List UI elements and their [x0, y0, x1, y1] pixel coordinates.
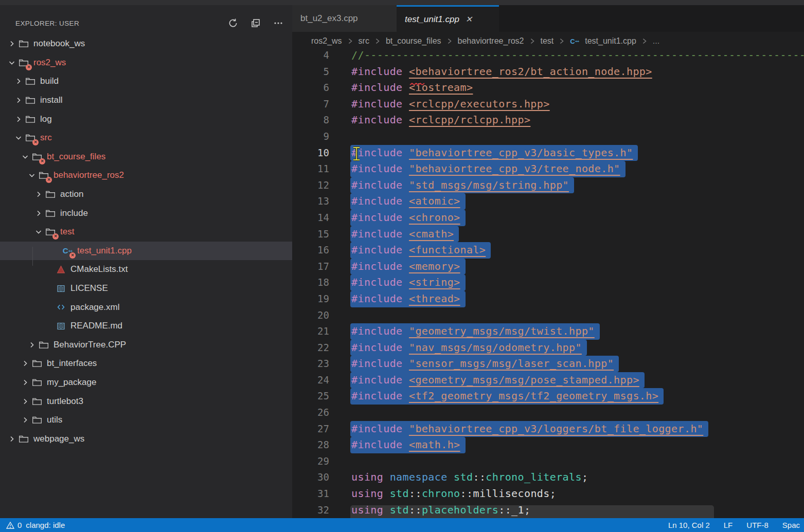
clangd-status[interactable]: clangd: idle: [26, 521, 65, 529]
selected-text: #include <geometry_msgs/msg/pose_stamped…: [350, 372, 645, 389]
code-line-17[interactable]: 17#include <memory>: [292, 259, 804, 275]
problems-indicator[interactable]: 0: [6, 521, 22, 529]
code-line-15[interactable]: 15#include <cmath>: [292, 226, 804, 243]
tree-item-label: my_package: [47, 377, 96, 388]
code-line-6[interactable]: 6#include <iostream>: [292, 80, 804, 96]
refresh-icon[interactable]: [227, 17, 239, 29]
tree-item-src[interactable]: ✕src: [0, 129, 292, 148]
eol-indicator[interactable]: LF: [724, 521, 733, 529]
tree-item-my-package[interactable]: my_package: [0, 373, 292, 392]
tab-test-unit1-cpp[interactable]: test_unit1.cpp✕: [397, 5, 499, 32]
tree-item-notebook-ws[interactable]: notebook_ws: [0, 34, 292, 53]
tab-bt-u2-ex3-cpp[interactable]: bt_u2_ex3.cpp: [292, 5, 397, 32]
line-number: 10: [292, 145, 329, 161]
code-line-7[interactable]: 7#include <rclcpp/executors.hpp>: [292, 96, 804, 113]
code-line-29[interactable]: 29: [292, 453, 804, 470]
tab-label: test_unit1.cpp: [405, 14, 459, 25]
chevron-right-icon[interactable]: [6, 39, 17, 49]
chevron-right-icon[interactable]: [20, 415, 31, 425]
chevron-right-icon[interactable]: [13, 76, 24, 86]
code-line-19[interactable]: 19#include <thread>: [292, 291, 804, 307]
chevron-down-icon[interactable]: [13, 133, 24, 143]
status-text: 0: [17, 521, 22, 529]
breadcrumb-item[interactable]: ros2_ws: [311, 36, 342, 46]
code-line-16[interactable]: 16#include <functional>: [292, 242, 804, 259]
code-line-12[interactable]: 12#include "std_msgs/msg/string.hpp": [292, 177, 804, 194]
code-line-30[interactable]: 30using namespace std::chrono_literals;: [292, 469, 804, 486]
tree-item-ros2-ws[interactable]: ✕ros2_ws: [0, 53, 292, 72]
breadcrumb-item[interactable]: src: [359, 36, 369, 46]
code-token: #include: [351, 374, 409, 386]
tree-item-label: LICENSE: [70, 283, 108, 293]
chevron-right-icon[interactable]: [20, 358, 31, 369]
twistie-spacer: [43, 283, 55, 293]
code-line-9[interactable]: 9: [292, 129, 804, 145]
code-line-24[interactable]: 24#include <geometry_msgs/msg/pose_stamp…: [292, 372, 804, 389]
more-actions-icon[interactable]: [273, 17, 284, 29]
chevron-right-icon[interactable]: [6, 434, 17, 444]
tree-item-cmakelists-txt[interactable]: CMakeLists.txt: [0, 260, 292, 279]
code-line-14[interactable]: 14#include <chrono>: [292, 210, 804, 226]
code-line-32[interactable]: 32using std::placeholders::_1;: [292, 502, 804, 518]
tree-item-bt-course-files[interactable]: ✕bt_course_files: [0, 148, 292, 167]
tree-item-test-unit1-cpp[interactable]: C⁺⁺✕test_unit1.cpp: [0, 242, 292, 261]
tree-item-readme-md[interactable]: README.md: [0, 317, 292, 336]
chevron-right-icon[interactable]: [33, 189, 44, 199]
tree-item-bt-interfaces[interactable]: bt_interfaces: [0, 354, 292, 373]
code-line-31[interactable]: 31using std::chrono::milliseconds;: [292, 486, 804, 502]
code-line-21[interactable]: 21#include "geometry_msgs/msg/twist.hpp": [292, 323, 804, 340]
code-line-20[interactable]: 20: [292, 307, 804, 324]
close-icon[interactable]: ✕: [466, 14, 472, 24]
chevron-down-icon[interactable]: [26, 170, 38, 180]
chevron-right-icon[interactable]: [13, 114, 24, 124]
chevron-down-icon[interactable]: [6, 58, 17, 68]
tree-item-build[interactable]: build: [0, 72, 292, 91]
chevron-right-icon[interactable]: [26, 340, 38, 350]
tree-item-test[interactable]: ✕test: [0, 223, 292, 242]
breadcrumb-item[interactable]: test_unit1.cpp: [585, 36, 636, 46]
tree-item-action[interactable]: action: [0, 185, 292, 204]
tree-item-behaviortree-cpp[interactable]: BehaviorTree.CPP: [0, 336, 292, 355]
chevron-down-icon[interactable]: [33, 227, 44, 237]
code-line-26[interactable]: 26: [292, 405, 804, 421]
code-line-22[interactable]: 22#include "nav_msgs/msg/odometry.hpp": [292, 340, 804, 356]
code-line-23[interactable]: 23#include "sensor_msgs/msg/laser_scan.h…: [292, 356, 804, 372]
line-number: 28: [292, 437, 329, 453]
chevron-right-icon[interactable]: [20, 396, 31, 407]
tree-item-include[interactable]: include: [0, 204, 292, 223]
chevron-right-icon[interactable]: [20, 377, 31, 388]
code-line-4[interactable]: 4//-------------------------------------…: [292, 50, 804, 64]
tree-item-license[interactable]: LICENSE: [0, 279, 292, 298]
breadcrumb-item[interactable]: behaviortree_ros2: [458, 36, 524, 46]
tree-item-install[interactable]: install: [0, 91, 292, 110]
code-line-28[interactable]: 28#include <math.h>: [292, 437, 804, 453]
code-line-10[interactable]: 10#include "behaviortree_cpp_v3/basic_ty…: [292, 145, 804, 161]
breadcrumb-ellipsis[interactable]: ...: [653, 36, 659, 46]
tree-item-utils[interactable]: utils: [0, 411, 292, 430]
code-line-13[interactable]: 13#include <atomic>: [292, 193, 804, 210]
tree-item-package-xml[interactable]: package.xml: [0, 298, 292, 317]
code-line-8[interactable]: 8#include <rclcpp/rclcpp.hpp>: [292, 112, 804, 129]
chevron-down-icon[interactable]: [20, 152, 31, 162]
breadcrumb-item[interactable]: bt_course_files: [386, 36, 441, 46]
code-line-18[interactable]: 18#include <string>: [292, 274, 804, 291]
encoding-indicator[interactable]: UTF-8: [746, 521, 769, 529]
chevron-right-icon[interactable]: [33, 208, 44, 218]
indentation-indicator[interactable]: Spac: [782, 521, 800, 529]
breadcrumb-item[interactable]: test: [541, 36, 554, 46]
code-token: [383, 504, 389, 516]
tree-item-behaviortree-ros2[interactable]: ✕behaviortree_ros2: [0, 166, 292, 185]
code-editor[interactable]: 4//-------------------------------------…: [292, 50, 804, 518]
code-token: #include: [351, 98, 409, 110]
code-line-25[interactable]: 25#include <tf2_geometry_msgs/tf2_geomet…: [292, 388, 804, 405]
cursor-position[interactable]: Ln 10, Col 2: [668, 521, 710, 529]
include-path: "sensor_msgs/msg/laser_scan.hpp": [409, 357, 614, 370]
collapse-all-icon[interactable]: [250, 17, 261, 29]
code-line-5[interactable]: 5#include <behaviortree_ros2/bt_action_n…: [292, 64, 804, 80]
code-line-11[interactable]: 11#include "behaviortree_cpp_v3/tree_nod…: [292, 161, 804, 177]
tree-item-turtlebot3[interactable]: turtlebot3: [0, 392, 292, 411]
chevron-right-icon[interactable]: [13, 95, 24, 105]
code-line-27[interactable]: 27#include "behaviortree_cpp_v3/loggers/…: [292, 421, 804, 437]
tree-item-log[interactable]: log: [0, 109, 292, 129]
tree-item-webpage-ws[interactable]: webpage_ws: [0, 429, 292, 448]
